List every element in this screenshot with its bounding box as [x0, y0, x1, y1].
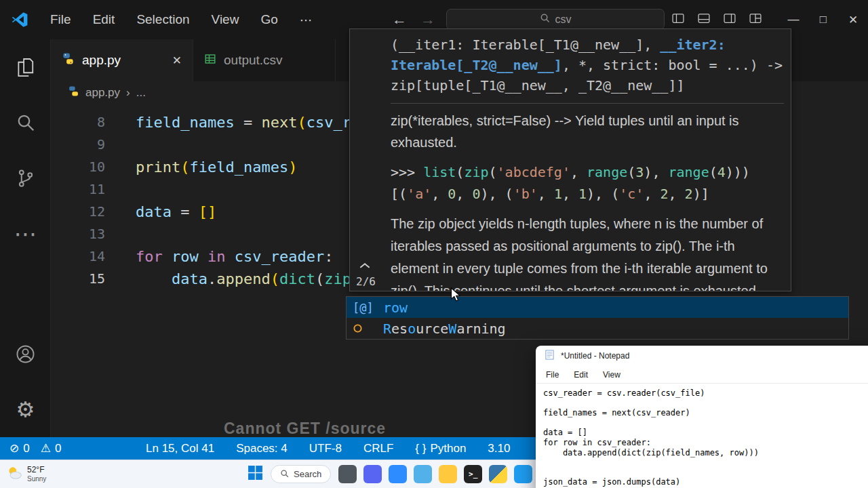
class-icon — [353, 323, 376, 333]
search-view-icon[interactable] — [0, 95, 51, 150]
toggle-panel-icon[interactable] — [697, 12, 711, 28]
activity-bar: ⋯ ⚙ — [0, 39, 51, 437]
code-token: append — [216, 270, 270, 287]
terminal-icon[interactable]: >_ — [464, 465, 482, 483]
command-center-search[interactable]: csv — [446, 9, 665, 30]
doc-code-block: >>> list(zip('abcdefg', range(3), range(… — [391, 161, 784, 205]
back-icon[interactable]: ← — [392, 11, 407, 28]
menu-item-view[interactable]: View — [201, 8, 250, 32]
menu-item-edit[interactable]: Edit — [82, 8, 126, 32]
code-token: zip — [324, 270, 351, 287]
code-token: , — [562, 186, 578, 202]
taskbar-search[interactable]: Search — [271, 465, 331, 483]
code-text: data = [] — [105, 201, 216, 223]
close-button[interactable]: ✕ — [838, 0, 868, 39]
line-number: 13 — [51, 223, 105, 245]
chevron-up-icon[interactable] — [359, 260, 371, 272]
notepad-title: *Untitled - Notepad — [561, 351, 629, 361]
code-token: ), ( — [587, 186, 619, 202]
desktop: FileEditSelectionViewGo⋯ ← → csv — □ ✕ — [0, 0, 868, 488]
code-token: range — [668, 164, 709, 180]
code-token: ), — [644, 164, 668, 180]
warning-count[interactable]: ⚠ 0 — [41, 441, 62, 455]
close-icon[interactable]: ✕ — [172, 54, 182, 68]
encoding[interactable]: UTF-8 — [309, 442, 342, 455]
toggle-secondary-sidebar-icon[interactable] — [723, 12, 736, 28]
discord-icon[interactable] — [363, 465, 382, 483]
more-views-icon[interactable]: ⋯ — [0, 206, 51, 262]
weather-text: 52°F Sunny — [27, 466, 46, 483]
notepad-line: field_names = next(csv_reader) — [543, 408, 867, 418]
cursor-position[interactable]: Ln 15, Col 41 — [146, 442, 214, 455]
code-text — [105, 223, 136, 245]
breadcrumb-file[interactable]: app.py — [85, 86, 120, 100]
code-token: ( — [456, 164, 464, 180]
taskbar-search-label: Search — [294, 469, 321, 479]
python-interpreter[interactable]: 3.10 — [488, 442, 510, 455]
eol-setting[interactable]: CRLF — [363, 442, 393, 455]
indent-setting[interactable]: Spaces: 4 — [236, 442, 288, 455]
forward-icon[interactable]: → — [420, 11, 435, 28]
line-number: 15 — [51, 268, 105, 290]
start-button[interactable] — [248, 465, 263, 483]
screen-capture-icon[interactable] — [338, 465, 357, 483]
line-number: 14 — [51, 245, 105, 268]
suggest-widget: [@]rowResourceWarning — [346, 296, 849, 340]
weather-condition: Sunny — [27, 474, 46, 483]
notepad-menu-file[interactable]: File — [538, 370, 566, 380]
menu-item-selection[interactable]: Selection — [125, 8, 200, 32]
settings-gear-icon[interactable]: ⚙ — [0, 382, 51, 437]
problems-summary[interactable]: ⊘ 0 ⚠ 0 — [9, 441, 61, 455]
toggle-primary-sidebar-icon[interactable] — [671, 12, 685, 28]
code-token: : — [324, 248, 333, 265]
menu-item-go[interactable]: Go — [250, 8, 288, 32]
notepad-menu-bar: FileEditView — [536, 366, 868, 384]
code-token: , — [669, 186, 685, 202]
suggestion-row[interactable]: [@]row — [347, 297, 848, 318]
code-token: ( — [271, 270, 279, 287]
account-icon[interactable] — [0, 326, 51, 382]
weather-widget[interactable]: 52°F Sunny — [5, 464, 46, 485]
suggestion-resourcewarning[interactable]: ResourceWarning — [347, 318, 848, 339]
code-token — [163, 248, 172, 265]
code-token: for — [136, 248, 163, 265]
code-token: in — [208, 248, 226, 265]
menu-item-file[interactable]: File — [39, 8, 82, 32]
code-token — [199, 248, 208, 265]
tab-label: output.csv — [224, 53, 283, 68]
notepad-line: csv_reader = csv.reader(csv_file) — [543, 388, 867, 399]
zoom-icon[interactable] — [389, 465, 407, 483]
tab-app-py[interactable]: app.py✕ — [51, 39, 193, 81]
language-mode[interactable]: { } Python — [415, 442, 466, 455]
notepad-line: json_data = json.dumps(data) — [543, 477, 867, 487]
customize-layout-icon[interactable] — [749, 12, 762, 28]
breadcrumb[interactable]: app.py › ... — [68, 85, 146, 100]
code-token: 2 — [685, 186, 693, 202]
code-token: list — [423, 164, 456, 180]
variable-icon: [@] — [353, 301, 376, 314]
menu-item-more[interactable]: ⋯ — [289, 8, 323, 32]
code-text: print(field_names) — [105, 156, 297, 178]
code-text — [105, 178, 136, 201]
tab-output-csv[interactable]: output.csv — [193, 39, 336, 81]
error-count[interactable]: ⊘ 0 — [9, 441, 30, 455]
breadcrumb-tail[interactable]: ... — [136, 86, 146, 100]
code-token: = — [172, 203, 199, 220]
file-explorer-icon[interactable] — [439, 465, 457, 483]
suggestion-label: row — [383, 300, 408, 316]
source-control-icon[interactable] — [0, 150, 51, 206]
python-icon[interactable] — [489, 465, 507, 483]
notepad-menu-view[interactable]: View — [595, 370, 628, 380]
maximize-button[interactable]: □ — [808, 0, 838, 39]
mail-icon[interactable] — [414, 465, 432, 483]
notepad-menu-edit[interactable]: Edit — [566, 370, 595, 380]
notepad-title-bar[interactable]: *Untitled - Notepad — [536, 346, 868, 366]
vscode-icon[interactable] — [514, 465, 532, 483]
explorer-icon[interactable] — [0, 39, 51, 95]
line-number: 8 — [51, 111, 105, 134]
line-number: 9 — [51, 134, 105, 156]
code-token: 1 — [578, 186, 587, 202]
code-token: field_names — [189, 159, 288, 176]
notepad-content[interactable]: csv_reader = csv.reader(csv_file) field_… — [536, 384, 868, 488]
code-token: zip — [464, 164, 488, 180]
